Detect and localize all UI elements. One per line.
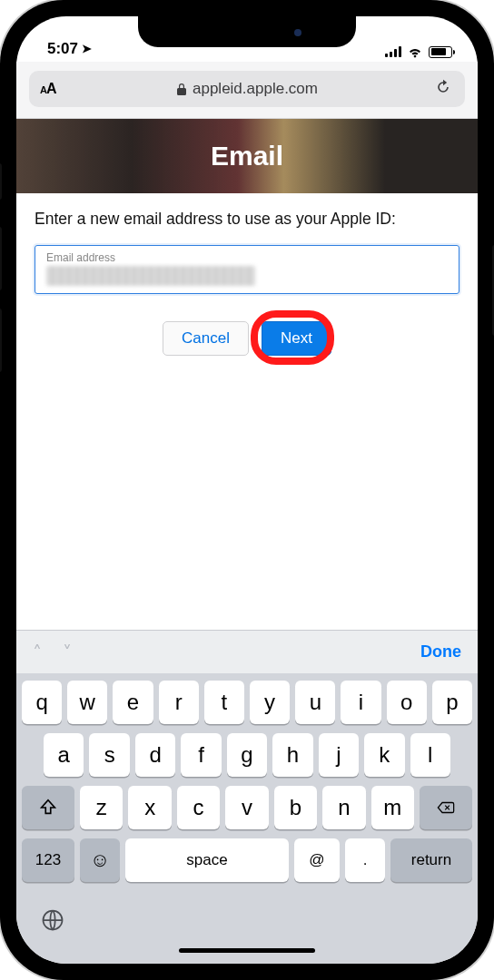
key-j[interactable]: j bbox=[319, 733, 359, 777]
key-row-1: qwertyuiop bbox=[22, 681, 472, 724]
next-button[interactable]: Next bbox=[262, 321, 331, 356]
volume-down bbox=[0, 309, 2, 372]
key-l[interactable]: l bbox=[410, 733, 450, 777]
key-v[interactable]: v bbox=[225, 786, 268, 829]
key-y[interactable]: y bbox=[250, 681, 290, 724]
address-bar[interactable]: AA appleid.apple.com bbox=[29, 71, 465, 107]
key-k[interactable]: k bbox=[364, 733, 404, 777]
keyboard-accessory: ˄ ˅ Done bbox=[16, 630, 478, 673]
key-row-2: asdfghjkl bbox=[22, 733, 472, 777]
email-label: Email address bbox=[46, 251, 448, 264]
key-r[interactable]: r bbox=[159, 681, 199, 724]
screen: 5:07 ➤ AA appleid.apple. bbox=[16, 16, 478, 964]
keyboard-bottom bbox=[16, 900, 478, 964]
address-domain: appleid.apple.com bbox=[193, 80, 318, 98]
keyboard: qwertyuiop asdfghjkl zxcvbnm 123 ☺ space… bbox=[16, 673, 478, 900]
space-key[interactable]: space bbox=[125, 838, 289, 882]
lock-icon bbox=[176, 83, 187, 95]
key-g[interactable]: g bbox=[227, 733, 267, 777]
content-area: Enter a new email address to use as your… bbox=[16, 193, 478, 630]
dot-key[interactable]: . bbox=[345, 838, 385, 882]
key-b[interactable]: b bbox=[274, 786, 317, 829]
key-i[interactable]: i bbox=[341, 681, 380, 724]
reader-button[interactable]: AA bbox=[40, 81, 56, 97]
return-key[interactable]: return bbox=[390, 838, 472, 882]
globe-icon[interactable] bbox=[40, 907, 65, 933]
email-field[interactable]: Email address bbox=[35, 245, 459, 294]
emoji-key[interactable]: ☺ bbox=[80, 838, 120, 882]
button-row: Cancel Next bbox=[35, 321, 459, 356]
key-h[interactable]: h bbox=[272, 733, 312, 777]
key-x[interactable]: x bbox=[128, 786, 171, 829]
key-t[interactable]: t bbox=[204, 681, 244, 724]
key-m[interactable]: m bbox=[371, 786, 414, 829]
key-e[interactable]: e bbox=[113, 681, 153, 724]
key-q[interactable]: q bbox=[22, 681, 62, 724]
key-c[interactable]: c bbox=[177, 786, 220, 829]
wifi-icon bbox=[407, 45, 423, 58]
key-z[interactable]: z bbox=[80, 786, 123, 829]
key-s[interactable]: s bbox=[89, 733, 129, 777]
instruction-text: Enter a new email address to use as your… bbox=[35, 210, 459, 229]
status-time: 5:07 bbox=[47, 40, 78, 58]
browser-chrome: AA appleid.apple.com bbox=[16, 62, 478, 119]
key-w[interactable]: w bbox=[67, 681, 107, 724]
signal-icon bbox=[385, 46, 401, 57]
page-header: Email bbox=[16, 119, 478, 193]
key-p[interactable]: p bbox=[432, 681, 472, 724]
key-o[interactable]: o bbox=[387, 681, 427, 724]
cancel-button[interactable]: Cancel bbox=[163, 321, 249, 356]
key-a[interactable]: a bbox=[44, 733, 84, 777]
mute-switch bbox=[0, 163, 2, 200]
location-icon: ➤ bbox=[82, 42, 92, 55]
refresh-button[interactable] bbox=[434, 78, 452, 101]
page-title: Email bbox=[211, 141, 283, 172]
at-key[interactable]: @ bbox=[294, 838, 340, 882]
email-value-redacted bbox=[46, 266, 255, 286]
key-u[interactable]: u bbox=[295, 681, 335, 724]
shift-key[interactable] bbox=[22, 786, 74, 829]
key-d[interactable]: d bbox=[135, 733, 175, 777]
notch bbox=[138, 16, 356, 47]
next-field-button[interactable]: ˅ bbox=[63, 642, 72, 662]
backspace-key[interactable] bbox=[420, 786, 472, 829]
prev-field-button[interactable]: ˄ bbox=[33, 642, 42, 662]
key-row-3: zxcvbnm bbox=[22, 786, 472, 829]
key-row-4: 123 ☺ space @ . return bbox=[22, 838, 472, 882]
battery-icon bbox=[429, 46, 452, 58]
keyboard-area: ˄ ˅ Done qwertyuiop asdfghjkl zxcvbnm bbox=[16, 630, 478, 964]
phone-frame: 5:07 ➤ AA appleid.apple. bbox=[0, 0, 494, 980]
key-n[interactable]: n bbox=[322, 786, 365, 829]
done-button[interactable]: Done bbox=[420, 642, 461, 662]
numbers-key[interactable]: 123 bbox=[22, 838, 74, 882]
home-indicator[interactable] bbox=[179, 948, 315, 953]
volume-up bbox=[0, 227, 2, 290]
key-f[interactable]: f bbox=[181, 733, 221, 777]
